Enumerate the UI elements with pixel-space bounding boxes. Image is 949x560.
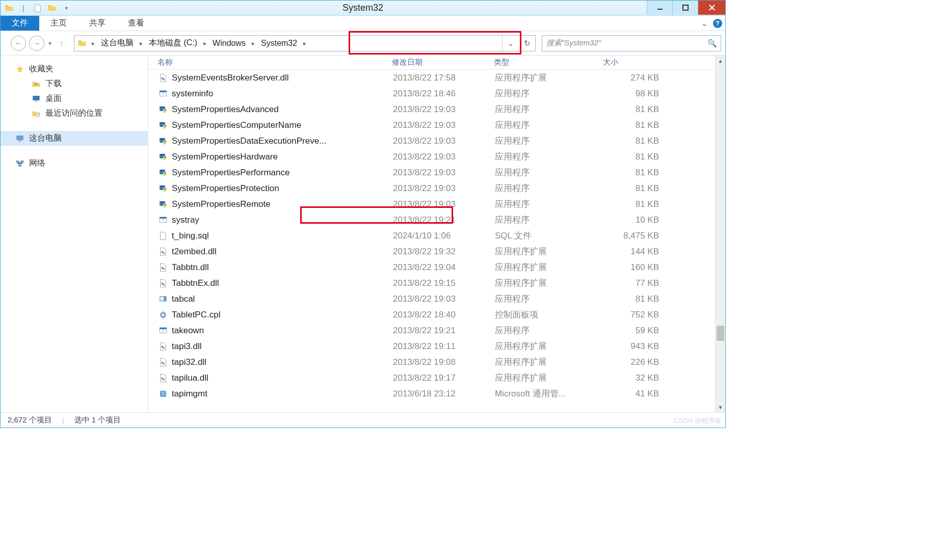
crumb-computer[interactable]: 这台电脑 [97,36,138,51]
sidebar-recent[interactable]: 最近访问的位置 [1,106,148,121]
file-row[interactable]: takeown 2013/8/22 19:21 应用程序 59 KB [148,323,725,338]
file-name: SystemPropertiesRemote [172,199,393,209]
address-bar[interactable]: ▸ 这台电脑 ▸ 本地磁盘 (C:) ▸ Windows ▸ System32 … [74,35,536,51]
nav-bar: ← → ▾ ↑ ▸ 这台电脑 ▸ 本地磁盘 (C:) ▸ Windows ▸ S… [1,31,725,56]
file-type: 应用程序 [495,88,604,99]
file-row[interactable]: tapilua.dll 2013/8/22 19:17 应用程序扩展 32 KB [148,370,725,386]
file-size: 160 KB [604,262,664,273]
col-type[interactable]: 类型 [494,58,603,67]
address-dropdown-icon[interactable]: ⌄ [503,36,519,51]
watermark: CSDN @程序猿 [674,416,721,425]
sidebar-desktop[interactable]: 桌面 [1,91,148,106]
minimize-button[interactable] [647,1,672,15]
file-row[interactable]: SystemPropertiesAdvanced 2013/8/22 19:03… [148,101,725,117]
scroll-track[interactable] [716,66,725,402]
chevron-right-icon[interactable]: ▸ [250,40,257,47]
file-size: 752 KB [604,310,664,320]
file-row[interactable]: t_bing.sql 2024/1/10 1:06 SQL 文件 8,475 K… [148,228,725,244]
file-name: takeown [172,326,393,336]
sidebar-computer[interactable]: 这台电脑 [1,131,148,146]
file-row[interactable]: TabletPC.cpl 2013/8/22 18:40 控制面板项 752 K… [148,307,725,323]
file-row[interactable]: SystemPropertiesProtection 2013/8/22 19:… [148,180,725,196]
file-row[interactable]: SystemPropertiesComputerName 2013/8/22 1… [148,117,725,133]
file-type: Microsoft 通用管... [495,388,604,399]
refresh-icon[interactable]: ↻ [519,36,535,51]
file-name: tapi32.dll [172,357,393,367]
file-row[interactable]: SystemPropertiesPerformance 2013/8/22 19… [148,165,725,180]
file-type: 应用程序扩展 [495,72,604,84]
history-dropdown-icon[interactable]: ▾ [47,40,52,47]
chevron-right-icon[interactable]: ▸ [301,40,308,47]
ribbon-expand-icon[interactable]: ⌄ [701,19,708,28]
scroll-thumb[interactable] [717,326,724,341]
tab-share[interactable]: 共享 [78,16,117,31]
file-date: 2013/8/22 19:17 [393,373,495,383]
file-tab[interactable]: 文件 [1,16,39,31]
qat-dropdown-icon[interactable]: ▾ [61,3,72,14]
file-row[interactable]: SystemPropertiesHardware 2013/8/22 19:03… [148,149,725,165]
file-row[interactable]: t2embed.dll 2013/8/22 19:32 应用程序扩展 144 K… [148,244,725,259]
file-date: 2013/8/22 19:03 [393,294,495,304]
file-row[interactable]: SystemPropertiesRemote 2013/8/22 19:03 应… [148,196,725,212]
sidebar-network[interactable]: 网络 [1,156,148,171]
crumb-windows[interactable]: Windows [208,36,250,51]
file-name: systray [172,215,393,225]
vertical-scrollbar[interactable]: ▲ ▼ [715,56,725,412]
file-size: 81 KB [604,294,664,304]
sidebar-label: 下载 [45,78,62,89]
file-name: SystemPropertiesAdvanced [172,104,393,115]
file-row[interactable]: systeminfo 2013/8/22 18:46 应用程序 98 KB [148,86,725,101]
tab-view[interactable]: 查看 [117,16,155,31]
file-row[interactable]: tabcal 2013/8/22 19:03 应用程序 81 KB [148,291,725,307]
file-row[interactable]: tapi32.dll 2013/8/22 19:08 应用程序扩展 226 KB [148,354,725,370]
col-name[interactable]: 名称 [157,58,392,67]
scroll-down-icon[interactable]: ▼ [716,402,725,412]
navigation-pane: 收藏夹 下载 桌面 最近访问的位置 这台电脑 网络 [1,56,148,412]
help-icon[interactable]: ? [713,19,722,28]
crumb-drive[interactable]: 本地磁盘 (C:) [145,36,201,51]
col-date[interactable]: 修改日期 [392,58,494,67]
file-type: 应用程序 [495,325,604,336]
file-row[interactable]: Tabbtn.dll 2013/8/22 19:04 应用程序扩展 160 KB [148,259,725,275]
file-type-icon [157,136,169,147]
tab-home[interactable]: 主页 [39,16,78,31]
file-type-icon [157,215,169,226]
close-button[interactable] [698,1,725,15]
file-row[interactable]: tapimgmt 2013/6/18 23:12 Microsoft 通用管..… [148,386,725,402]
file-row[interactable]: systray 2013/8/22 19:21 应用程序 10 KB [148,212,725,228]
file-date: 2013/8/22 19:11 [393,341,495,352]
file-size: 41 KB [604,389,664,399]
sidebar-label: 收藏夹 [29,64,54,74]
maximize-button[interactable] [672,1,698,15]
file-row[interactable]: TabbtnEx.dll 2013/8/22 19:15 应用程序扩展 77 K… [148,275,725,291]
file-row[interactable]: SystemPropertiesDataExecutionPreve... 20… [148,133,725,149]
chevron-right-icon[interactable]: ▸ [90,40,97,47]
search-icon[interactable]: 🔍 [707,39,717,48]
file-size: 81 KB [604,104,664,115]
file-view: 名称 修改日期 类型 大小 SystemEventsBrokerServer.d… [148,56,725,412]
window-controls [647,1,725,15]
scroll-up-icon[interactable]: ▲ [716,56,725,66]
new-folder-icon[interactable] [46,3,58,14]
file-name: SystemPropertiesComputerName [172,120,393,130]
search-box[interactable]: 搜索"System32" 🔍 [542,35,721,51]
col-size[interactable]: 大小 [603,58,669,67]
back-button[interactable]: ← [11,36,26,51]
file-row[interactable]: SystemEventsBrokerServer.dll 2013/8/22 1… [148,70,725,86]
file-row[interactable]: tapi3.dll 2013/8/22 19:11 应用程序扩展 943 KB [148,338,725,354]
chevron-right-icon[interactable]: ▸ [138,40,145,47]
file-date: 2013/8/22 19:03 [393,104,495,115]
file-name: t_bing.sql [172,231,393,241]
divider-icon: | [18,3,29,14]
main-area: 收藏夹 下载 桌面 最近访问的位置 这台电脑 网络 [1,56,725,412]
file-name: t2embed.dll [172,247,393,257]
forward-button[interactable]: → [29,36,44,51]
sidebar-downloads[interactable]: 下载 [1,76,148,91]
file-type-icon [157,278,169,289]
chevron-right-icon[interactable]: ▸ [201,40,208,47]
properties-icon[interactable] [32,3,43,14]
sidebar-favorites[interactable]: 收藏夹 [1,62,148,76]
up-button[interactable]: ↑ [56,37,68,49]
file-size: 8,475 KB [604,231,664,241]
crumb-system32[interactable]: System32 [257,36,301,51]
